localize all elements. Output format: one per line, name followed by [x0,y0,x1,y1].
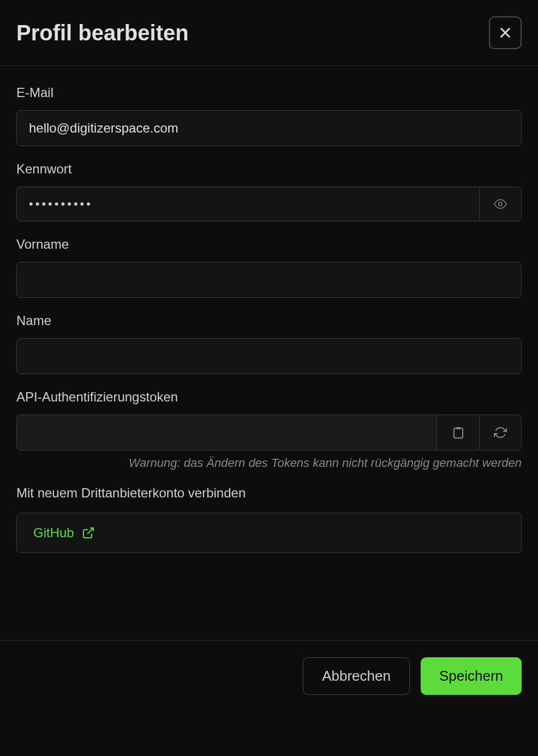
api-token-label: API-Authentifizierungstoken [16,389,522,405]
lastname-input[interactable] [16,338,522,374]
lastname-group: Name [16,313,522,374]
modal-footer: Abbrechen Speichern [0,640,538,711]
svg-rect-3 [456,427,461,429]
password-group: Kennwort •••••••••• [16,161,522,221]
refresh-icon [494,426,507,439]
regenerate-token-button[interactable] [479,415,522,451]
eye-icon [494,197,507,211]
firstname-label: Vorname [16,237,522,252]
copy-token-button[interactable] [437,415,479,451]
email-group: E-Mail [16,85,522,146]
connect-github-button[interactable]: GitHub [16,513,522,553]
clipboard-icon [452,426,465,439]
third-party-label: Mit neuem Drittanbieterkonto verbinden [16,485,522,501]
toggle-password-visibility-button[interactable] [479,187,522,221]
email-label: E-Mail [16,85,522,100]
password-label: Kennwort [16,161,522,177]
modal-title: Profil bearbeiten [16,21,189,45]
firstname-group: Vorname [16,237,522,298]
close-button[interactable] [489,16,522,49]
svg-line-4 [87,528,93,534]
lastname-label: Name [16,313,522,328]
external-link-icon [82,526,95,539]
firstname-input[interactable] [16,262,522,298]
save-button[interactable]: Speichern [421,657,522,695]
api-token-group: API-Authentifizierungstoken Warnung: das… [16,389,522,470]
api-token-warning: Warnung: das Ändern des Tokens kann nich… [16,456,522,470]
svg-point-2 [499,202,502,206]
modal-body: E-Mail Kennwort •••••••••• Vorname Name … [0,66,538,575]
password-input[interactable]: •••••••••• [16,187,479,221]
close-icon [498,25,513,40]
github-label: GitHub [33,525,74,541]
modal-header: Profil bearbeiten [0,0,538,66]
api-token-input[interactable] [16,415,437,451]
email-input[interactable] [16,110,522,146]
cancel-button[interactable]: Abbrechen [303,657,410,695]
